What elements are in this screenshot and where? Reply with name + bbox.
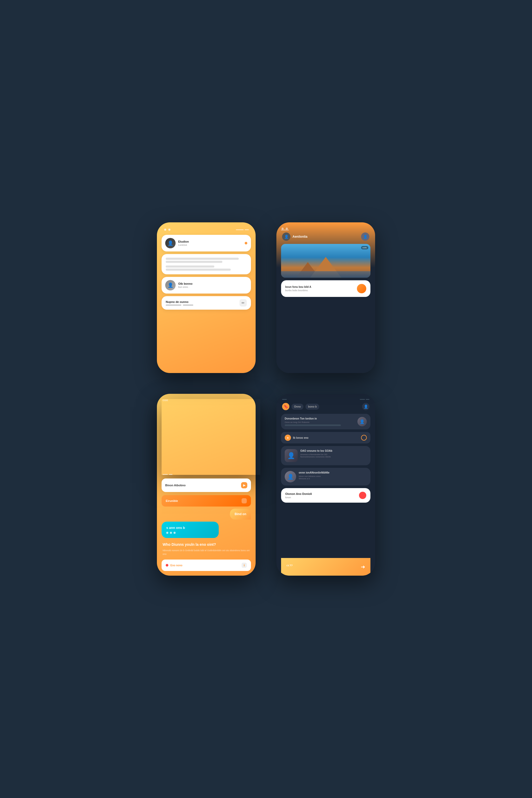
bottom-bar-icon[interactable]: ℹ bbox=[242, 563, 247, 568]
chat-badge-1 bbox=[245, 242, 247, 244]
dark-tab-1[interactable]: Onno bbox=[291, 404, 303, 410]
tr-card-line1: boun fonu bou bibl A bbox=[285, 285, 354, 288]
dark-card-1-avatar: 👤 bbox=[358, 417, 367, 426]
dark-tab-2-label: bono b bbox=[308, 405, 317, 408]
dark-tab-avatar: 👤 bbox=[362, 403, 369, 410]
dark-card-1-title: Dononbnon Ton lonilon in bbox=[285, 417, 355, 420]
dark-card-3-sub: blnon non bilineos onno bbox=[299, 475, 367, 477]
status-bar-br bbox=[281, 399, 370, 400]
status-icons-tr-right bbox=[281, 230, 370, 230]
status-br-right bbox=[360, 399, 369, 400]
dark-phone-header: 👤 Aenilonlia 👤 bbox=[281, 232, 370, 241]
dark-card-1-sub: Oono an long On! Robonio bbox=[285, 421, 355, 423]
status-br-wifi-icon bbox=[366, 399, 369, 400]
chat-preview-2: bun onno . bbox=[178, 286, 247, 288]
status-battery-icon bbox=[245, 229, 249, 230]
chat-info-1: Etudion Luceous bbox=[178, 240, 242, 246]
text-line-1 bbox=[166, 258, 239, 260]
status-br-signal-icon bbox=[282, 399, 287, 400]
top-row: 👤 Etudion Luceous 👤 bbox=[157, 222, 375, 373]
status-bar-tr bbox=[281, 228, 370, 230]
dark-card-1-line1 bbox=[285, 424, 341, 426]
bl-orange-btn[interactable]: Eirunible bbox=[162, 495, 251, 507]
status-signal-icon bbox=[236, 229, 244, 230]
water-reflection bbox=[281, 271, 370, 278]
teal-bubble-dots bbox=[166, 532, 214, 534]
quote-icon: “” bbox=[286, 563, 293, 571]
bottom-row: COO Binon Aibobno ▶ Eirunible Bin bbox=[157, 394, 375, 576]
dark-tabs: 🔖 Onno bono b 👤 bbox=[281, 403, 370, 410]
tr-card-line2: bunbu bubs bounbino. bbox=[285, 289, 354, 292]
bl-input-text: Binon Aibobno bbox=[165, 484, 239, 487]
main-canvas: 👤 Etudion Luceous 👤 bbox=[32, 35, 500, 763]
br-white-card-line1: Oionon Ano Donioli bbox=[285, 492, 356, 495]
dark-tab-2[interactable]: bono b bbox=[305, 404, 319, 410]
dark-card-2-sub: ornonos a Nonninobel bo OO bbox=[300, 453, 367, 456]
phone-top-left: 👤 Etudion Luceous 👤 bbox=[157, 222, 255, 373]
bl-bottom-bar[interactable]: Eno nono ℹ bbox=[162, 559, 251, 571]
header-avatar: 👤 bbox=[282, 232, 290, 241]
dark-card-3-avatar: 👤 bbox=[285, 471, 296, 482]
action-line-2 bbox=[183, 304, 193, 306]
bl-arrow-btn[interactable]: ▶ bbox=[241, 482, 247, 488]
dark-row-label: Ib lonoo eno bbox=[293, 436, 359, 439]
landscape-image: exits bbox=[281, 244, 370, 278]
dark-tab-icon: 🔖 bbox=[282, 403, 289, 410]
dark-card-1[interactable]: Dononbnon Ton lonilon in Oono an long On… bbox=[281, 414, 370, 430]
status-dot-1 bbox=[164, 229, 166, 231]
edit-icon[interactable]: ✏ bbox=[240, 299, 247, 306]
phone-bottom-left: COO Binon Aibobno ▶ Eirunible Bin bbox=[157, 394, 255, 576]
dark-row-1[interactable]: ● Ib lonoo eno bbox=[281, 432, 370, 443]
teal-dot-1 bbox=[166, 532, 168, 534]
spacer-br bbox=[281, 502, 370, 506]
dark-card-1-subsub-wrap bbox=[285, 424, 355, 426]
arrow-right-icon: ➜ bbox=[361, 564, 365, 570]
status-bar-bl: COO bbox=[162, 399, 260, 475]
text-line-3 bbox=[166, 265, 214, 268]
chat-card-2[interactable]: 👤 Oib bonno bun onno . bbox=[162, 277, 251, 293]
status-icons-tr-left bbox=[281, 228, 370, 230]
yellow-bubble: Bind on bbox=[230, 509, 251, 519]
chat-preview-1: Luceous bbox=[178, 244, 242, 246]
br-cta-bar[interactable]: “” ➜ bbox=[281, 558, 370, 576]
chat-action-card[interactable]: Nupno de ounno ✏ bbox=[162, 296, 251, 310]
action-line-1 bbox=[166, 304, 181, 306]
dark-card-2-subsub: Nonnoninonons nononons ObOb bbox=[300, 456, 367, 458]
header-title: Aenilonlia bbox=[292, 235, 359, 239]
teal-bubble-title: s ann ons b bbox=[166, 526, 214, 530]
chat-name-1: Etudion bbox=[178, 240, 242, 243]
dark-card-3[interactable]: 👤 onnn ionANnonlinNibNle blnon non bilin… bbox=[281, 468, 370, 486]
bottom-bar-label: Eno nono bbox=[170, 564, 240, 567]
br-white-card-line2: lonon bbox=[285, 496, 356, 499]
status-dot-2 bbox=[168, 229, 170, 231]
dark-card-2[interactable]: 👤 OAO onouno to los GOAb ornonos a Nonni… bbox=[281, 446, 370, 465]
br-red-dot bbox=[359, 492, 366, 499]
status-dot-tr-2 bbox=[286, 228, 288, 230]
bubble-container: Bind on bbox=[162, 509, 251, 519]
dark-card-2-avatar: 👤 bbox=[285, 449, 298, 462]
status-bar-tl bbox=[162, 228, 251, 232]
phone-bottom-right: 🔖 Onno bono b 👤 Dononbnon Ton lonilon in… bbox=[277, 394, 375, 576]
dark-row-circle-right bbox=[361, 435, 367, 440]
chat-card-1[interactable]: 👤 Etudion Luceous bbox=[162, 235, 251, 251]
avatar-1: 👤 bbox=[165, 238, 176, 248]
status-dot-tr-1 bbox=[282, 228, 284, 230]
dark-card-3-text: onnn ionANnonlinNibNle blnon non bilineo… bbox=[299, 471, 367, 480]
status-battery-bl-icon bbox=[169, 474, 172, 475]
status-br-battery-icon bbox=[360, 399, 365, 400]
status-icons-left bbox=[164, 229, 171, 231]
info-title-bl: Who Diunns youln la eno oint? bbox=[163, 542, 250, 547]
dark-card-2-title: OAO onouno to los GOAb bbox=[300, 449, 367, 453]
chat-name-2: Oib bonno bbox=[178, 282, 247, 285]
bl-input-field[interactable]: Binon Aibobno ▶ bbox=[162, 478, 251, 492]
status-left-bl: COO bbox=[163, 399, 259, 402]
tr-card-text: boun fonu bou bibl A bunbu bubs bounbino… bbox=[285, 285, 354, 292]
info-section-bl: Who Diunns youln la eno oint? Nlinnoib n… bbox=[162, 542, 251, 559]
teal-dot-3 bbox=[173, 532, 176, 534]
tr-orange-btn[interactable] bbox=[357, 284, 366, 293]
teal-bubble: s ann ons b bbox=[162, 521, 219, 538]
avatar-2: 👤 bbox=[165, 280, 176, 290]
teal-dot-2 bbox=[170, 532, 172, 534]
bl-btn-toggle[interactable] bbox=[242, 498, 247, 504]
phone-top-right: 👤 Aenilonlia 👤 exits boun fonu bou bibl … bbox=[277, 222, 375, 373]
